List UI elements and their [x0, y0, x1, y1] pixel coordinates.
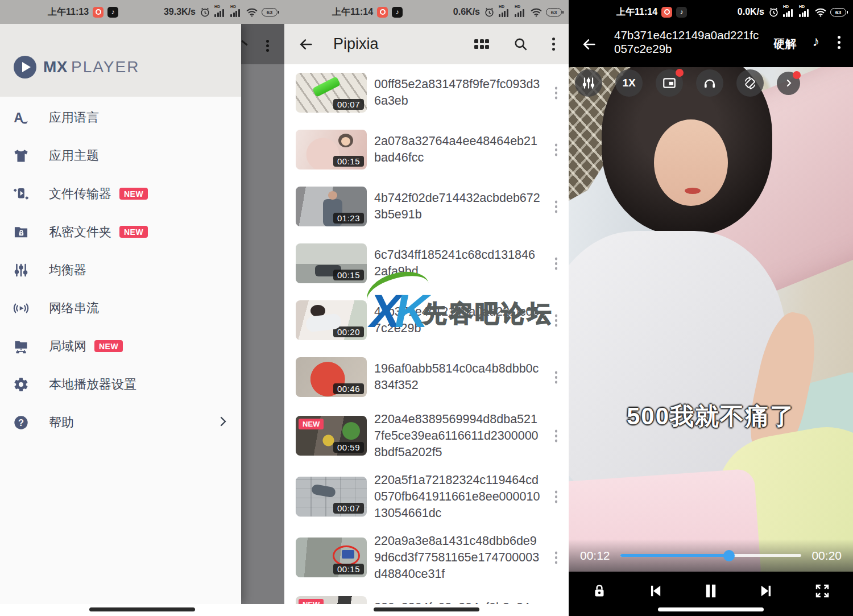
notification-dot: [676, 69, 684, 77]
menu-item-app-theme[interactable]: 应用主题: [0, 137, 241, 175]
item-menu-button[interactable]: [555, 205, 558, 208]
alarm-icon: [768, 7, 779, 18]
drawer-header: MX PLAYER: [0, 24, 241, 97]
new-badge: NEW: [119, 188, 148, 200]
playback-speed-button[interactable]: 1X: [615, 69, 643, 97]
menu-item-network-stream[interactable]: 网络串流: [0, 289, 241, 327]
battery-icon: 63: [262, 8, 278, 16]
status-time: 上午11:13: [48, 6, 89, 18]
menu-label: 网络串流: [49, 300, 99, 317]
logo-text-player: PLAYER: [71, 58, 139, 76]
item-menu-button[interactable]: [555, 495, 558, 498]
item-menu-button[interactable]: [555, 376, 558, 379]
previous-button[interactable]: [643, 578, 668, 603]
video-list-item[interactable]: 00:46 196af0abb5814c0ca4b8dbb0c834f352: [296, 357, 569, 397]
duration-badge: 00:15: [333, 156, 364, 167]
grid-view-button[interactable]: [474, 39, 489, 49]
screen-record-icon: [93, 7, 103, 18]
home-indicator[interactable]: [89, 607, 195, 611]
video-list-item[interactable]: 00:15 220a9a3e8a1431c48dbb6de99d6cd3f775…: [296, 538, 569, 577]
more-controls-button[interactable]: [777, 72, 800, 95]
signal-icon-sim1: HD: [783, 6, 795, 18]
new-badge: NEW: [299, 419, 324, 429]
video-thumbnail: 00:15: [296, 130, 367, 169]
mx-player-logo: MX PLAYER: [14, 56, 139, 78]
back-button[interactable]: [581, 36, 597, 52]
drawer-scrim[interactable]: [241, 24, 284, 604]
video-surface[interactable]: 500我就不痛了: [569, 67, 853, 572]
video-list-item[interactable]: 00:15 6c7d34ff185241c68cd1318462afa9bd: [296, 243, 569, 283]
item-menu-button[interactable]: [555, 556, 558, 559]
menu-item-lan[interactable]: 局域网 NEW: [0, 327, 241, 365]
fullscreen-button[interactable]: [810, 578, 835, 603]
menu-item-file-transfer[interactable]: 文件传输器 NEW: [0, 175, 241, 213]
overflow-menu-button[interactable]: [552, 43, 555, 46]
drawer-menu: A 应用语言 应用主题 文件传输器 NEW: [0, 98, 241, 441]
alarm-icon: [200, 7, 210, 18]
item-menu-button[interactable]: [555, 435, 558, 437]
wifi-icon: [246, 7, 258, 17]
menu-item-app-language[interactable]: A 应用语言: [0, 98, 241, 137]
menu-item-local-player-settings[interactable]: 本地播放器设置: [0, 365, 241, 403]
video-list-item[interactable]: 00:15 2a078a32764a4ee48464eb21bad46fcc: [296, 130, 569, 169]
video-title: 6c7d34ff185241c68cd1318462afa9bd: [374, 247, 541, 280]
next-button[interactable]: [754, 578, 779, 603]
video-list-item[interactable]: NEW 220a3804fc03a394af0b8a84e2: [296, 596, 569, 604]
pause-button[interactable]: [698, 578, 723, 603]
video-title: 00ff85e2a831478f9fe7fc093d36a3eb: [374, 76, 541, 109]
tshirt-icon: [13, 147, 30, 164]
video-title: 47b371e4c12149a0ad221fc057c2e29b: [374, 304, 541, 337]
audio-track-button[interactable]: ♪: [813, 33, 820, 49]
menu-label: 文件传输器: [49, 185, 111, 202]
video-list-item[interactable]: NEW00:59 220a4e8389569994d8dba5217fe5ce3…: [296, 416, 569, 456]
search-icon-partial: [241, 40, 247, 46]
seek-bar[interactable]: [620, 554, 802, 557]
pip-button[interactable]: [656, 69, 683, 97]
rotate-screen-button[interactable]: [736, 69, 764, 97]
tiktok-icon: ♪: [676, 7, 687, 18]
menu-label: 均衡器: [49, 262, 86, 279]
navigation-drawer: MX PLAYER A 应用语言 应用主题: [0, 24, 241, 604]
svg-text:A: A: [14, 110, 23, 125]
alarm-icon: [484, 7, 495, 18]
seek-bar-fill: [620, 554, 729, 557]
file-transfer-icon: [13, 185, 30, 202]
screen: 上午11:13 ♪ 39.3K/s HD HD 63 MX PLAYER: [0, 0, 853, 616]
status-time: 上午11:14: [332, 6, 373, 18]
duration-badge: 00:20: [333, 326, 364, 337]
menu-item-private-folder[interactable]: 私密文件夹 NEW: [0, 213, 241, 251]
item-menu-button[interactable]: [555, 92, 558, 94]
overflow-menu-button[interactable]: [838, 41, 840, 44]
item-menu-button[interactable]: [555, 262, 558, 265]
tiktok-icon: ♪: [107, 7, 118, 18]
item-menu-button[interactable]: [555, 148, 558, 151]
equalizer-button[interactable]: [575, 69, 602, 97]
seek-bar-thumb[interactable]: [723, 550, 735, 561]
tiktok-icon: ♪: [392, 7, 403, 18]
screen-record-icon: [661, 7, 672, 18]
lock-button[interactable]: [587, 578, 612, 603]
gear-icon: [13, 376, 30, 393]
menu-item-equalizer[interactable]: 均衡器: [0, 251, 241, 289]
video-list-item[interactable]: 00:20 47b371e4c12149a0ad221fc057c2e29b: [296, 300, 569, 340]
menu-item-help[interactable]: ? 帮助: [0, 403, 241, 441]
equalizer-icon: [13, 262, 30, 279]
hw-decode-toggle[interactable]: 硬解: [774, 36, 797, 52]
overflow-menu-icon: [266, 40, 269, 43]
video-title: 220a9a3e8a1431c48dbb6de99d6cd3f77581165e…: [374, 533, 541, 582]
video-title: 220a3804fc03a394af0b8a84e2: [374, 600, 541, 604]
home-indicator[interactable]: [658, 607, 764, 611]
speed-label: 1X: [622, 77, 635, 89]
video-list-item[interactable]: 00:07 220a5f1a72182324c119464cd0570fb641…: [296, 477, 569, 516]
home-indicator[interactable]: [374, 607, 479, 611]
status-bar: 上午11:13 ♪ 39.3K/s HD HD 63: [0, 0, 284, 24]
item-menu-button[interactable]: [555, 319, 558, 322]
battery-icon: 63: [546, 8, 562, 16]
video-list-item[interactable]: 01:23 4b742f02de714432acbdeb6723b5e91b: [296, 187, 569, 226]
video-list-item[interactable]: 00:07 00ff85e2a831478f9fe7fc093d36a3eb: [296, 73, 569, 113]
video-title: 2a078a32764a4ee48464eb21bad46fcc: [374, 133, 541, 166]
headphones-button[interactable]: [696, 69, 723, 97]
back-button[interactable]: [298, 36, 314, 52]
seek-zone: 00:12 00:20: [569, 539, 853, 572]
search-button[interactable]: [513, 36, 528, 52]
